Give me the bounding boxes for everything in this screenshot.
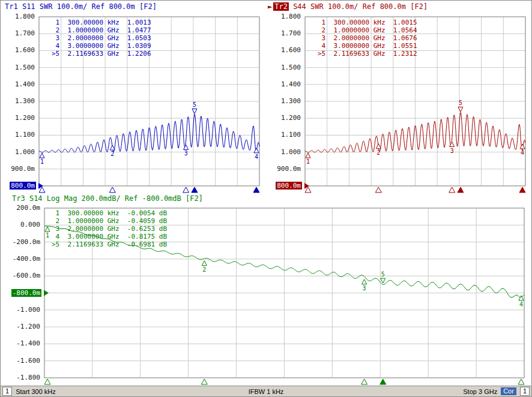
status-right-group: Stop 3 GHz Cor 1 — [463, 387, 530, 396]
sweep-stop-label: Stop 3 GHz — [463, 388, 497, 395]
marker-axis-tick[interactable] — [449, 187, 455, 193]
marker-1-handle[interactable] — [45, 227, 50, 231]
marker-axis-tick[interactable] — [518, 379, 524, 384]
chart-tr3: Tr3 S14 Log Mag 200.0mdB/ Ref -800.0mdB … — [1, 193, 531, 386]
active-marker-axis-tick[interactable] — [192, 187, 198, 193]
marker-5-handle[interactable] — [458, 107, 463, 112]
marker-readout-row: >5 2.1169633 GHz 1.2206 — [52, 50, 151, 58]
marker-readout-row: 2 1.0000000 GHz 1.0477 — [52, 26, 151, 34]
marker-5-number: 5 — [193, 101, 196, 108]
ref-level-arrow-icon[interactable] — [44, 290, 49, 296]
marker-readout-row: >5 2.1169633 GHz -0.6981 dB — [52, 240, 167, 248]
marker-4-handle[interactable] — [520, 144, 525, 149]
marker-1-number: 1 — [46, 232, 49, 239]
marker-3-number: 3 — [184, 150, 188, 157]
marker-4-number: 4 — [519, 301, 523, 308]
active-marker-axis-tick[interactable] — [380, 379, 386, 384]
marker-2-number: 2 — [110, 151, 114, 157]
status-bar: 1 Start 300 kHz IFBW 1 kHz Stop 3 GHz Co… — [1, 386, 531, 396]
marker-readout-row: 3 2.0000000 GHz 1.0676 — [318, 34, 417, 42]
correction-status-badge: Cor — [501, 387, 516, 395]
marker-1-handle[interactable] — [306, 153, 310, 158]
marker-2-handle[interactable] — [376, 144, 381, 149]
marker-5-number: 5 — [459, 100, 462, 106]
marker-axis-tick[interactable] — [361, 379, 367, 384]
marker-readout-row: 1 300.00000 kHz 1.0015 — [318, 19, 417, 26]
marker-3-handle[interactable] — [362, 279, 367, 284]
marker-4-number: 4 — [255, 154, 258, 160]
active-marker-axis-tick[interactable] — [458, 187, 464, 193]
marker-readout-row: 1 300.00000 kHz -0.0054 dB — [52, 209, 167, 217]
marker-axis-tick[interactable] — [109, 187, 115, 193]
marker-readout-row: 2 1.0000000 GHz -0.4059 dB — [52, 217, 167, 225]
channel-indicator: 1 — [2, 387, 12, 396]
marker-readout-row: 3 2.0000000 GHz 1.0503 — [52, 34, 151, 42]
marker-3-number: 3 — [450, 148, 454, 154]
active-marker-axis-tick[interactable] — [519, 187, 525, 193]
chart-tr1: Tr1 S11 SWR 100.0m/ Ref 800.0m [F2]1.800… — [1, 1, 265, 193]
marker-readout-row: 3 2.0000000 GHz -0.6253 dB — [52, 225, 167, 233]
marker-axis-tick[interactable] — [183, 187, 189, 193]
marker-3-number: 3 — [363, 285, 366, 291]
marker-2-handle[interactable] — [110, 145, 115, 150]
sweep-start-label: Start 300 kHz — [16, 388, 56, 395]
marker-2-number: 2 — [202, 266, 206, 273]
marker-axis-tick[interactable] — [201, 379, 207, 384]
marker-1-number: 1 — [40, 158, 44, 165]
marker-4-number: 4 — [521, 149, 524, 156]
marker-2-number: 2 — [376, 149, 380, 156]
marker-5-handle[interactable] — [192, 109, 197, 113]
marker-5-handle[interactable] — [381, 278, 385, 283]
active-marker-axis-tick[interactable] — [253, 187, 259, 193]
marker-readout-table: 1 300.00000 kHz -0.0054 dB 2 1.0000000 G… — [52, 209, 167, 248]
chart-tr2: ►Tr2 S44 SWR 100.0m/ Ref 800.0m [F2]1.80… — [267, 1, 531, 193]
marker-readout-row: 4 3.0000000 GHz -0.8175 dB — [52, 233, 167, 240]
marker-readout-row: 1 300.00000 kHz 1.0013 — [52, 19, 151, 26]
status-channel-right: 1 — [520, 387, 530, 396]
marker-axis-tick[interactable] — [375, 187, 381, 193]
ifbw-label: IFBW 1 kHz — [249, 388, 284, 395]
marker-readout-row: >5 2.1169633 GHz 1.2312 — [318, 50, 417, 58]
marker-1-number: 1 — [306, 158, 310, 165]
marker-readout-row: 4 3.0000000 GHz 1.0309 — [52, 42, 151, 50]
marker-1-handle[interactable] — [40, 153, 44, 158]
marker-readout-table: 1 300.00000 kHz 1.0013 2 1.0000000 GHz 1… — [52, 19, 151, 58]
marker-2-handle[interactable] — [202, 261, 207, 266]
vna-screen: Tr1 S11 SWR 100.0m/ Ref 800.0m [F2]1.800… — [0, 0, 532, 397]
marker-axis-tick[interactable] — [44, 379, 50, 384]
marker-readout-table: 1 300.00000 kHz 1.0015 2 1.0000000 GHz 1… — [318, 19, 417, 58]
marker-readout-row: 2 1.0000000 GHz 1.0564 — [318, 26, 417, 34]
marker-4-handle[interactable] — [254, 148, 259, 153]
marker-readout-row: 4 3.0000000 GHz 1.0551 — [318, 42, 417, 50]
marker-5-number: 5 — [381, 271, 385, 278]
